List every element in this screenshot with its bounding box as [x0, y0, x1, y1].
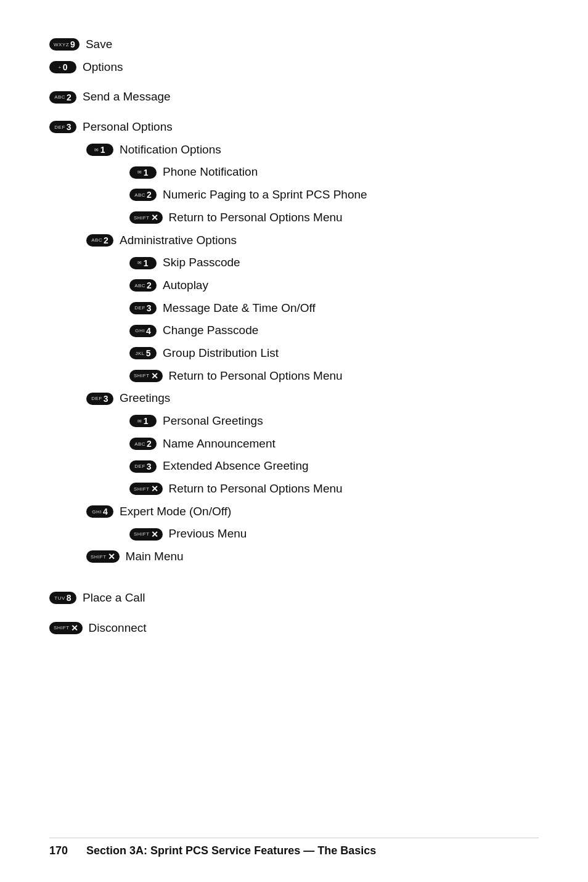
key-badge: Shift✕: [129, 370, 163, 382]
menu-item: Shift✕Main Menu: [86, 549, 539, 565]
item-label: Group Distribution List: [163, 346, 279, 361]
key-badge: DEF3: [86, 393, 113, 405]
item-label: Administrative Options: [120, 233, 237, 248]
item-label: Name Announcement: [163, 436, 276, 452]
menu-item: ABC2Autoplay: [129, 278, 539, 293]
menu-item: Shift✕Return to Personal Options Menu: [129, 481, 539, 497]
item-label: Phone Notification: [163, 165, 258, 180]
key-badge: ✉1: [129, 257, 157, 269]
menu-item: ABC2Numeric Paging to a Sprint PCS Phone: [129, 187, 539, 203]
footer-section-title: Section 3A: Sprint PCS Service Features …: [86, 844, 376, 857]
menu-item: ✉1Notification Options: [86, 142, 539, 158]
key-badge: JKL5: [129, 347, 157, 359]
key-badge: ✉1: [129, 415, 157, 427]
key-badge: Shift✕: [129, 528, 163, 541]
item-label: Skip Passcode: [163, 255, 240, 271]
item-label: Save: [86, 37, 112, 52]
menu-item: ✉1Personal Greetings: [129, 414, 539, 429]
menu-container: WXYZ9Save+0OptionsABC2Send a MessageDEF3…: [49, 37, 539, 643]
item-label: Autoplay: [163, 278, 208, 293]
page-content: WXYZ9Save+0OptionsABC2Send a MessageDEF3…: [0, 0, 588, 692]
item-label: Place a Call: [83, 590, 145, 606]
key-badge: Shift✕: [129, 483, 163, 495]
menu-item: ABC2Name Announcement: [129, 436, 539, 452]
menu-item: DEF3Greetings: [86, 391, 539, 406]
key-badge: DEF3: [129, 460, 157, 473]
item-label: Send a Message: [83, 89, 171, 105]
key-badge: ✉1: [129, 166, 157, 179]
key-badge: WXYZ9: [49, 38, 80, 51]
menu-item: ✉1Phone Notification: [129, 165, 539, 180]
menu-item: DEF3Personal Options: [49, 120, 539, 135]
item-label: Notification Options: [120, 142, 221, 158]
footer-page-number: 170: [49, 844, 68, 857]
menu-item: GHI4Expert Mode (On/Off): [86, 504, 539, 520]
key-badge: Shift✕: [49, 622, 83, 634]
key-badge: ✉1: [86, 144, 113, 156]
item-label: Expert Mode (On/Off): [120, 504, 231, 520]
item-label: Return to Personal Options Menu: [169, 210, 343, 226]
item-label: Main Menu: [126, 549, 184, 565]
key-badge: ABC2: [129, 279, 157, 292]
key-badge: ABC2: [49, 91, 76, 104]
item-label: Return to Personal Options Menu: [169, 481, 343, 497]
menu-item: ABC2Send a Message: [49, 89, 539, 105]
menu-item: Shift✕Previous Menu: [129, 526, 539, 542]
key-badge: Shift✕: [86, 550, 120, 563]
key-badge: DEF3: [129, 302, 157, 314]
item-label: Return to Personal Options Menu: [169, 369, 343, 384]
menu-item: DEF3Message Date & Time On/Off: [129, 301, 539, 316]
key-badge: GHI4: [129, 325, 157, 337]
menu-item: TUV8Place a Call: [49, 590, 539, 606]
key-badge: TUV8: [49, 592, 76, 604]
item-label: Extended Absence Greeting: [163, 459, 309, 474]
menu-item: DEF3Extended Absence Greeting: [129, 459, 539, 474]
menu-item: Shift✕Return to Personal Options Menu: [129, 210, 539, 226]
key-badge: DEF3: [49, 121, 76, 133]
item-label: Personal Greetings: [163, 414, 263, 429]
key-badge: +0: [49, 61, 76, 73]
menu-item: ABC2Administrative Options: [86, 233, 539, 248]
footer: 170 Section 3A: Sprint PCS Service Featu…: [49, 838, 539, 857]
key-badge: ABC2: [129, 438, 157, 450]
menu-item: ✉1Skip Passcode: [129, 255, 539, 271]
item-label: Change Passcode: [163, 323, 258, 338]
menu-item: Shift✕Return to Personal Options Menu: [129, 369, 539, 384]
item-label: Options: [83, 60, 123, 75]
menu-item: WXYZ9Save: [49, 37, 539, 52]
item-label: Personal Options: [83, 120, 173, 135]
menu-item: Shift✕Disconnect: [49, 621, 539, 636]
menu-item: GHI4Change Passcode: [129, 323, 539, 338]
menu-item: +0Options: [49, 60, 539, 75]
item-label: Numeric Paging to a Sprint PCS Phone: [163, 187, 367, 203]
key-badge: Shift✕: [129, 211, 163, 224]
item-label: Message Date & Time On/Off: [163, 301, 316, 316]
item-label: Previous Menu: [169, 526, 247, 542]
item-label: Disconnect: [89, 621, 147, 636]
menu-item: JKL5Group Distribution List: [129, 346, 539, 361]
key-badge: ABC2: [86, 234, 113, 247]
item-label: Greetings: [120, 391, 170, 406]
key-badge: ABC2: [129, 189, 157, 201]
key-badge: GHI4: [86, 505, 113, 518]
